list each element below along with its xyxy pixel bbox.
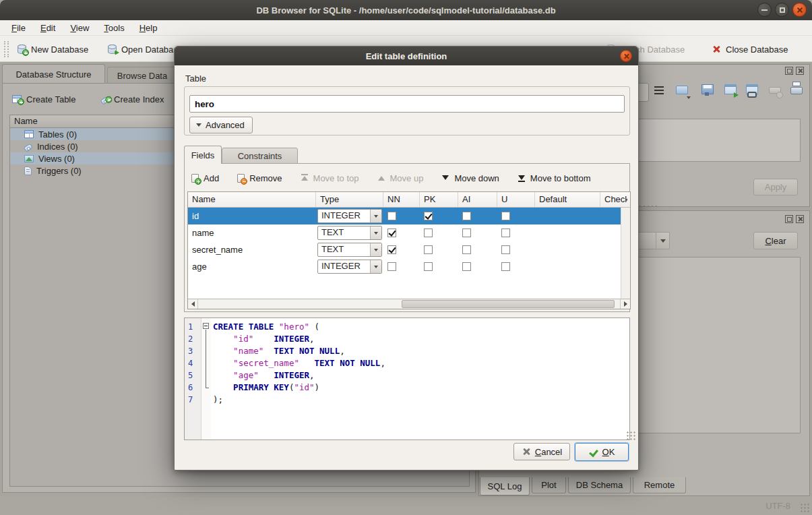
field-type-combobox[interactable]: TEXT bbox=[317, 243, 382, 257]
text-mode-icon[interactable] bbox=[654, 84, 666, 96]
menu-tools[interactable]: Tools bbox=[98, 22, 130, 34]
field-name-cell[interactable]: age bbox=[188, 258, 316, 275]
table-name-input[interactable] bbox=[189, 95, 625, 113]
import-open-icon[interactable] bbox=[676, 84, 688, 96]
field-name-cell[interactable]: secret_name bbox=[188, 241, 316, 258]
minimize-button[interactable] bbox=[757, 3, 772, 17]
menu-view[interactable]: View bbox=[64, 22, 95, 34]
u-checkbox[interactable] bbox=[501, 245, 510, 254]
field-row-name[interactable]: nameTEXT bbox=[188, 224, 630, 241]
add-field-button[interactable]: Add bbox=[191, 173, 219, 183]
menu-file[interactable]: File bbox=[5, 22, 32, 34]
col-header-ai[interactable]: AI bbox=[458, 192, 497, 207]
scroll-left-icon[interactable] bbox=[188, 299, 198, 309]
u-checkbox[interactable] bbox=[501, 212, 510, 220]
nn-checkbox[interactable] bbox=[387, 229, 396, 237]
document-plus-icon bbox=[191, 174, 199, 183]
scrollbar-thumb[interactable] bbox=[402, 300, 615, 308]
remove-field-button[interactable]: Remove bbox=[237, 173, 282, 183]
nn-checkbox[interactable] bbox=[387, 212, 396, 220]
col-header-nn[interactable]: NN bbox=[383, 192, 420, 207]
ok-button[interactable]: OK bbox=[575, 443, 629, 461]
close-database-button[interactable]: Close Database bbox=[712, 40, 788, 58]
col-header-name[interactable]: Name bbox=[188, 192, 316, 207]
col-header-u[interactable]: U bbox=[497, 192, 535, 207]
field-type-combobox[interactable]: INTEGER bbox=[317, 260, 382, 274]
field-type-combobox[interactable]: TEXT bbox=[317, 226, 382, 240]
field-row-id[interactable]: idINTEGER bbox=[188, 208, 630, 224]
tab-database-structure[interactable]: Database Structure bbox=[2, 64, 105, 84]
sql-preview-editor[interactable]: 1CREATE TABLE "hero" (2 "id" INTEGER,3 "… bbox=[184, 317, 630, 440]
u-checkbox[interactable] bbox=[501, 262, 510, 271]
tab-fields[interactable]: Fields bbox=[184, 146, 222, 164]
toolbar-grip[interactable] bbox=[4, 41, 9, 57]
ai-checkbox[interactable] bbox=[462, 229, 471, 237]
menu-help[interactable]: Help bbox=[133, 22, 164, 34]
combo-dropdown-arrow-icon[interactable] bbox=[370, 260, 381, 273]
field-row-age[interactable]: ageINTEGER bbox=[188, 258, 630, 275]
move-down-icon bbox=[441, 174, 449, 182]
field-row-secret_name[interactable]: secret_nameTEXT bbox=[188, 241, 630, 258]
nn-checkbox[interactable] bbox=[387, 262, 396, 271]
pk-checkbox[interactable] bbox=[424, 245, 433, 254]
titlebar[interactable]: DB Browser for SQLite - /home/user/code/… bbox=[0, 0, 812, 20]
combo-dropdown-arrow-icon[interactable] bbox=[370, 226, 381, 239]
col-header-pk[interactable]: PK bbox=[420, 192, 458, 207]
field-name-cell[interactable]: id bbox=[188, 208, 316, 224]
close-window-button[interactable] bbox=[792, 3, 807, 17]
export-cell-icon[interactable] bbox=[724, 84, 737, 96]
tab-remote[interactable]: Remote bbox=[633, 477, 686, 493]
field-type-combobox[interactable]: INTEGER bbox=[317, 209, 382, 223]
tab-constraints[interactable]: Constraints bbox=[222, 148, 298, 164]
fields-grid: Name Type NN PK AI U Default Check idINT… bbox=[187, 191, 631, 309]
dock-close-icon[interactable] bbox=[796, 67, 804, 75]
tab-plot[interactable]: Plot bbox=[532, 477, 566, 493]
tab-browse-data[interactable]: Browse Data bbox=[107, 67, 177, 84]
fold-marker-icon[interactable] bbox=[203, 323, 209, 329]
menu-edit[interactable]: Edit bbox=[34, 22, 61, 34]
move-down-button[interactable]: Move down bbox=[441, 173, 499, 183]
u-checkbox[interactable] bbox=[501, 229, 510, 237]
scroll-right-icon[interactable] bbox=[620, 299, 630, 309]
cancel-button[interactable]: Cancel bbox=[513, 443, 570, 460]
dialog-close-button[interactable] bbox=[620, 50, 632, 62]
col-header-default[interactable]: Default bbox=[535, 192, 600, 207]
dialog-resize-grip[interactable] bbox=[626, 431, 635, 440]
advanced-button[interactable]: Advanced bbox=[189, 117, 253, 133]
combo-arrow-icon[interactable] bbox=[656, 233, 669, 249]
vertical-scrollbar[interactable] bbox=[621, 208, 630, 299]
combo-dropdown-arrow-icon[interactable] bbox=[370, 210, 381, 222]
save-cell-icon[interactable] bbox=[701, 84, 714, 96]
pk-checkbox[interactable] bbox=[424, 262, 433, 271]
field-name-cell[interactable]: name bbox=[188, 224, 316, 241]
create-index-icon bbox=[100, 96, 110, 104]
combo-dropdown-arrow-icon[interactable] bbox=[370, 243, 381, 256]
pk-checkbox[interactable] bbox=[424, 212, 433, 220]
col-header-type[interactable]: Type bbox=[316, 192, 383, 207]
new-database-button[interactable]: New Database bbox=[18, 40, 88, 58]
resize-grip[interactable] bbox=[800, 503, 809, 512]
ai-checkbox[interactable] bbox=[462, 245, 471, 254]
ai-checkbox[interactable] bbox=[462, 262, 471, 271]
tab-db-schema[interactable]: DB Schema bbox=[568, 477, 631, 493]
dock-float-icon[interactable] bbox=[785, 67, 793, 75]
dock-float-icon[interactable] bbox=[785, 215, 793, 223]
dock-close-icon[interactable] bbox=[796, 215, 804, 223]
tab-sql-log[interactable]: SQL Log bbox=[480, 477, 530, 495]
tables-icon bbox=[24, 130, 34, 138]
move-to-bottom-button[interactable]: Move to bottom bbox=[518, 173, 591, 183]
col-header-check[interactable]: Check bbox=[600, 192, 627, 207]
dialog-titlebar[interactable]: Edit table definition bbox=[175, 47, 638, 65]
maximize-button[interactable] bbox=[775, 3, 789, 17]
status-bar: UTF-8 bbox=[0, 497, 812, 515]
create-index-button[interactable]: Create Index bbox=[101, 91, 164, 107]
create-table-button[interactable]: Create Table bbox=[12, 91, 75, 107]
link-cell-icon[interactable] bbox=[746, 84, 758, 96]
nn-checkbox[interactable] bbox=[387, 245, 396, 254]
open-database-button[interactable]: Open Database bbox=[108, 40, 183, 58]
print-cell-icon[interactable] bbox=[790, 84, 803, 96]
horizontal-scrollbar[interactable] bbox=[188, 299, 630, 309]
clear-log-button[interactable]: Clear bbox=[753, 232, 798, 249]
ai-checkbox[interactable] bbox=[462, 212, 471, 220]
pk-checkbox[interactable] bbox=[424, 229, 433, 237]
